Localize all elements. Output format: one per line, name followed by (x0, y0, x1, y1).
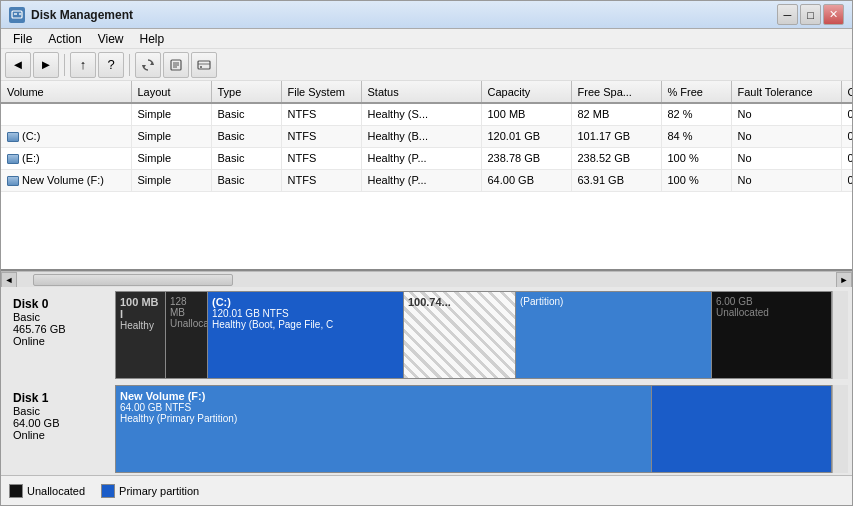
scroll-left-btn[interactable]: ◄ (1, 272, 17, 288)
table-row[interactable]: (E:)SimpleBasicNTFSHealthy (P...238.78 G… (1, 147, 852, 169)
col-header-pctfree[interactable]: % Free (661, 81, 731, 103)
cell-capacity-1: 120.01 GB (481, 125, 571, 147)
cell-pctfree-3: 100 % (661, 169, 731, 191)
cell-type-0: Basic (211, 103, 281, 125)
disk-1-partitions: New Volume (F:) 64.00 GB NTFS Healthy (P… (115, 385, 832, 473)
disk-1-part-0[interactable]: New Volume (F:) 64.00 GB NTFS Healthy (P… (116, 386, 652, 472)
cell-over-2: 0% (841, 147, 852, 169)
properties-button[interactable] (163, 52, 189, 78)
toolbar-sep-1 (64, 54, 65, 76)
scrollbar-thumb[interactable] (33, 274, 233, 286)
cell-filesystem-1: NTFS (281, 125, 361, 147)
cell-fault-3: No (731, 169, 841, 191)
help-button[interactable]: ? (98, 52, 124, 78)
disk-0-name: Disk 0 (13, 297, 107, 311)
legend-unallocated: Unallocated (9, 484, 85, 498)
cell-pctfree-2: 100 % (661, 147, 731, 169)
disk-1-status: Online (13, 429, 107, 441)
cell-freespace-1: 101.17 GB (571, 125, 661, 147)
disk-0-part-4[interactable]: (Partition) (516, 292, 712, 378)
forward-button[interactable]: ► (33, 52, 59, 78)
menu-view[interactable]: View (90, 30, 132, 48)
cell-capacity-2: 238.78 GB (481, 147, 571, 169)
cell-layout-1: Simple (131, 125, 211, 147)
svg-rect-1 (14, 13, 17, 15)
main-content: Volume Layout Type File System Status Ca… (1, 81, 852, 505)
cell-capacity-3: 64.00 GB (481, 169, 571, 191)
menu-bar: File Action View Help (1, 29, 852, 49)
maximize-button[interactable]: □ (800, 4, 821, 25)
legend-primary-label: Primary partition (119, 485, 199, 497)
menu-action[interactable]: Action (40, 30, 89, 48)
legend-primary: Primary partition (101, 484, 199, 498)
disk-0-type: Basic (13, 311, 107, 323)
cell-volume-1: (C:) (1, 125, 131, 147)
cell-volume-2: (E:) (1, 147, 131, 169)
cell-status-2: Healthy (P... (361, 147, 481, 169)
cell-filesystem-2: NTFS (281, 147, 361, 169)
toolbar-sep-2 (129, 54, 130, 76)
svg-rect-9 (198, 61, 210, 69)
cell-filesystem-3: NTFS (281, 169, 361, 191)
cell-pctfree-0: 82 % (661, 103, 731, 125)
col-header-fault[interactable]: Fault Tolerance (731, 81, 841, 103)
minimize-button[interactable]: ─ (777, 4, 798, 25)
cell-pctfree-1: 84 % (661, 125, 731, 147)
disk-0-part-1[interactable]: 128 MB Unalloca (166, 292, 208, 378)
table-row[interactable]: New Volume (F:)SimpleBasicNTFSHealthy (P… (1, 169, 852, 191)
table-row[interactable]: (C:)SimpleBasicNTFSHealthy (B...120.01 G… (1, 125, 852, 147)
up-button[interactable]: ↑ (70, 52, 96, 78)
menu-file[interactable]: File (5, 30, 40, 48)
back-button[interactable]: ◄ (5, 52, 31, 78)
col-header-volume[interactable]: Volume (1, 81, 131, 103)
disk-0-row: Disk 0 Basic 465.76 GB Online 100 MB I H… (5, 291, 848, 379)
cell-volume-0 (1, 103, 131, 125)
legend-primary-box (101, 484, 115, 498)
table-row[interactable]: SimpleBasicNTFSHealthy (S...100 MB82 MB8… (1, 103, 852, 125)
disk-1-row: Disk 1 Basic 64.00 GB Online New Volume … (5, 385, 848, 473)
legend-unallocated-box (9, 484, 23, 498)
disk-1-name: Disk 1 (13, 391, 107, 405)
cell-freespace-2: 238.52 GB (571, 147, 661, 169)
toolbar: ◄ ► ↑ ? (1, 49, 852, 81)
volume-table-area: Volume Layout Type File System Status Ca… (1, 81, 852, 271)
disk-1-part-1[interactable] (652, 386, 831, 472)
col-header-type[interactable]: Type (211, 81, 281, 103)
cell-layout-2: Simple (131, 147, 211, 169)
cell-capacity-0: 100 MB (481, 103, 571, 125)
svg-point-11 (200, 66, 202, 68)
col-header-layout[interactable]: Layout (131, 81, 211, 103)
cell-freespace-0: 82 MB (571, 103, 661, 125)
disk-0-part-0[interactable]: 100 MB I Healthy (116, 292, 166, 378)
col-header-capacity[interactable]: Capacity (481, 81, 571, 103)
col-header-over[interactable]: Over (841, 81, 852, 103)
col-header-fs[interactable]: File System (281, 81, 361, 103)
close-button[interactable]: ✕ (823, 4, 844, 25)
disk-0-label: Disk 0 Basic 465.76 GB Online (5, 291, 115, 379)
cell-over-0: 0% (841, 103, 852, 125)
cell-status-1: Healthy (B... (361, 125, 481, 147)
disk-0-part-5[interactable]: 6.00 GB Unallocated (712, 292, 831, 378)
col-header-status[interactable]: Status (361, 81, 481, 103)
disk-0-size: 465.76 GB (13, 323, 107, 335)
h-scrollbar[interactable]: ◄ ► (1, 271, 852, 287)
cell-type-1: Basic (211, 125, 281, 147)
svg-point-2 (19, 12, 21, 14)
cell-status-3: Healthy (P... (361, 169, 481, 191)
disk-1-type: Basic (13, 405, 107, 417)
volume-table: Volume Layout Type File System Status Ca… (1, 81, 852, 192)
cell-freespace-3: 63.91 GB (571, 169, 661, 191)
disk-0-part-2[interactable]: (C:) 120.01 GB NTFS Healthy (Boot, Page … (208, 292, 404, 378)
refresh-button[interactable] (135, 52, 161, 78)
col-header-freespace[interactable]: Free Spa... (571, 81, 661, 103)
menu-help[interactable]: Help (132, 30, 173, 48)
scroll-right-btn[interactable]: ► (836, 272, 852, 288)
disk-management-window: Disk Management ─ □ ✕ File Action View H… (0, 0, 853, 506)
cell-layout-0: Simple (131, 103, 211, 125)
extra-button[interactable] (191, 52, 217, 78)
disk-0-part-3[interactable]: 100.74... (404, 292, 516, 378)
cell-filesystem-0: NTFS (281, 103, 361, 125)
cell-layout-3: Simple (131, 169, 211, 191)
disk-1-scrollbar (832, 385, 848, 473)
legend-bar: Unallocated Primary partition (1, 475, 852, 505)
